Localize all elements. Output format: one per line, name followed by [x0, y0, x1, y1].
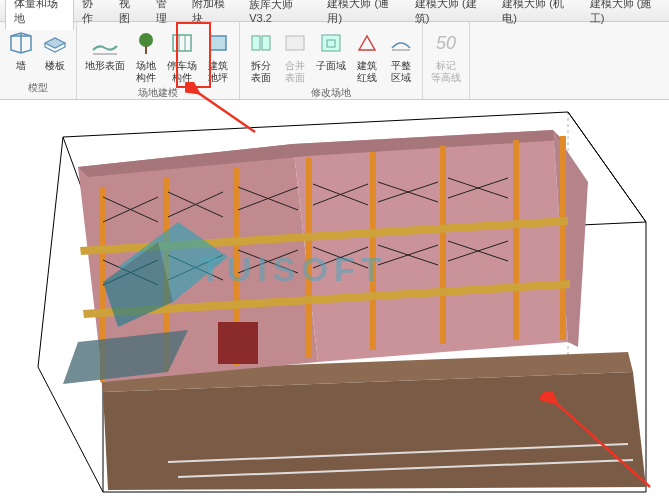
svg-rect-9 [322, 35, 340, 51]
split-surface-button[interactable]: 拆分表面 [244, 24, 278, 86]
grade-label: 平整区域 [391, 60, 411, 84]
graded-region-button[interactable]: 平整区域 [384, 24, 418, 86]
svg-rect-7 [262, 36, 270, 50]
merge-icon [283, 26, 307, 60]
tab-model-constr[interactable]: 建模大师 (施工) [582, 0, 669, 29]
wall-button[interactable]: 墙 [4, 24, 38, 74]
label-icon: 50 [436, 26, 456, 60]
ribbon-group-label: 50 标记等高线 [423, 22, 470, 99]
ribbon-tab-bar: 体量和场地 协作 视图 管理 附加模块 族库大师V3.2 建模大师 (通用) 建… [0, 0, 669, 22]
annotation-highlight [176, 22, 211, 88]
svg-rect-20 [513, 140, 519, 340]
tree-icon [134, 26, 158, 60]
svg-point-0 [139, 33, 153, 47]
topo-label: 地形表面 [85, 60, 125, 72]
property-line-label: 建筑红线 [357, 60, 377, 84]
svg-rect-5 [210, 36, 226, 50]
svg-rect-22 [218, 322, 258, 364]
pad-label: 建筑地坪 [208, 60, 228, 84]
svg-rect-19 [440, 146, 446, 344]
topo-icon [91, 26, 119, 60]
merge-surface-button: 合并表面 [278, 24, 312, 86]
tab-model-mep[interactable]: 建模大师 (机电) [494, 0, 581, 29]
property-line-button[interactable]: 建筑红线 [350, 24, 384, 86]
split-icon [249, 26, 273, 60]
floor-button[interactable]: 楼板 [38, 24, 72, 74]
svg-rect-6 [252, 36, 260, 50]
svg-rect-21 [560, 136, 566, 340]
site-comp-label: 场地构件 [136, 60, 156, 84]
svg-rect-17 [306, 158, 312, 358]
merge-label: 合并表面 [285, 60, 305, 84]
ribbon-group-model: 墙 楼板 模型 [0, 22, 77, 99]
floor-label: 楼板 [45, 60, 65, 72]
3d-viewport[interactable]: TUISOFT [0, 100, 669, 500]
floor-icon [42, 26, 68, 60]
subregion-button[interactable]: 子面域 [312, 24, 350, 74]
toposurface-button[interactable]: 地形表面 [81, 24, 129, 74]
label-contours-button: 50 标记等高线 [427, 24, 465, 86]
ribbon-group-site: 地形表面 场地构件 停车场构件 建筑地坪 场地建模 [77, 22, 240, 99]
wall-icon [8, 26, 34, 60]
grade-icon [389, 26, 413, 60]
3d-scene [8, 100, 661, 500]
svg-rect-18 [370, 152, 376, 350]
site-component-button[interactable]: 场地构件 [129, 24, 163, 86]
subregion-label: 子面域 [316, 60, 346, 72]
wall-label: 墙 [16, 60, 26, 72]
svg-rect-1 [145, 46, 147, 54]
subregion-icon [319, 26, 343, 60]
label-contours-label: 标记等高线 [431, 60, 461, 84]
split-label: 拆分表面 [251, 60, 271, 84]
svg-rect-8 [286, 36, 304, 50]
property-line-icon [355, 26, 379, 60]
ribbon-group-modify: 拆分表面 合并表面 子面域 建筑红线 [240, 22, 423, 99]
ribbon-panel: 墙 楼板 模型 地形表面 场地构件 [0, 22, 669, 100]
group-label-model: 模型 [4, 81, 72, 97]
